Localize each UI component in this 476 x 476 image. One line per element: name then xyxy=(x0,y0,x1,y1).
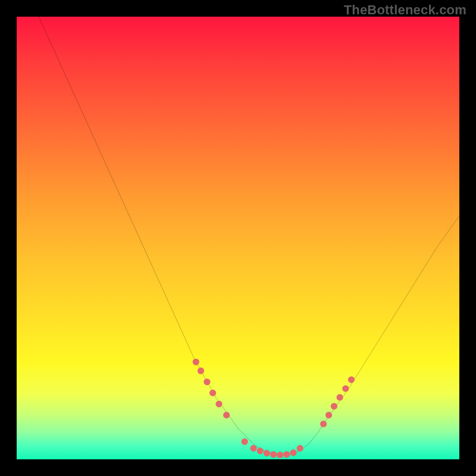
marker-dot xyxy=(320,421,327,427)
marker-dot xyxy=(198,368,204,374)
chart-frame: TheBottleneck.com xyxy=(0,0,476,476)
marker-dot xyxy=(283,451,290,458)
plot-area xyxy=(17,17,459,459)
marker-dot xyxy=(270,451,277,458)
chart-svg xyxy=(17,17,459,459)
bottleneck-curve xyxy=(39,17,459,455)
marker-dot xyxy=(331,403,337,409)
marker-dot xyxy=(242,439,248,445)
marker-dot xyxy=(209,390,216,396)
marker-dot xyxy=(264,450,270,456)
marker-dot xyxy=(215,400,222,407)
marker-dot xyxy=(277,452,283,458)
watermark-text: TheBottleneck.com xyxy=(344,2,466,18)
marker-dot xyxy=(325,412,332,418)
marker-dot xyxy=(342,385,349,392)
marker-dot xyxy=(250,445,256,452)
optimal-range-markers xyxy=(193,359,355,458)
marker-dot xyxy=(297,445,303,452)
marker-dot xyxy=(348,377,355,383)
marker-dot xyxy=(337,394,343,400)
marker-dot xyxy=(290,449,296,456)
marker-dot xyxy=(223,412,230,418)
marker-dot xyxy=(193,359,199,365)
marker-dot xyxy=(257,447,264,454)
marker-dot xyxy=(203,378,210,385)
